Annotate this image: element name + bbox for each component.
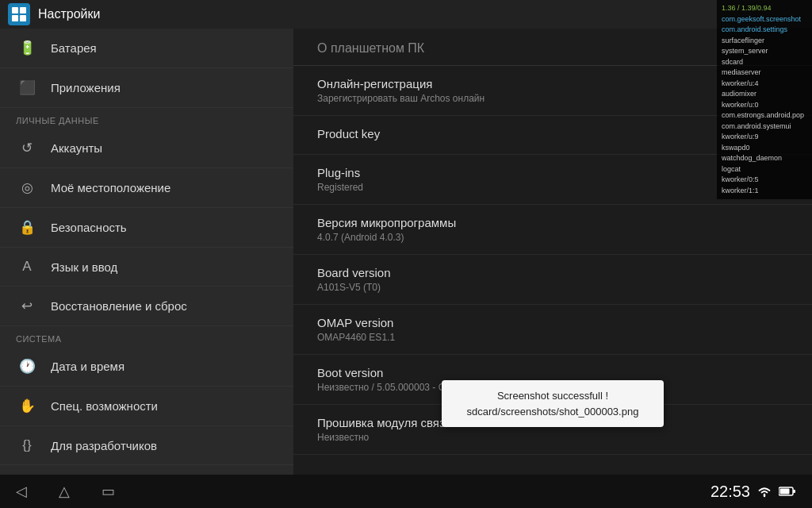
process-line: logcat — [722, 164, 807, 175]
sidebar-item-label: Аккаунты — [51, 141, 102, 155]
process-line: watchdog_daemon — [722, 153, 807, 164]
row-title: Версия микропрограммы — [317, 216, 788, 229]
process-line: com.geeksoft.screenshot — [722, 14, 807, 25]
status-bar: 22:53 — [710, 483, 796, 501]
process-overlay: 1.36 / 1.39/0.94com.geeksoft.screenshotc… — [717, 0, 812, 199]
sidebar-item-label: Восстановление и сброс — [51, 299, 187, 313]
main-area: 🔋Батарея⬛ПриложенияЛИЧНЫЕ ДАННЫЕ↺Аккаунт… — [0, 29, 812, 475]
sidebar-item-label: Безопасность — [51, 221, 127, 234]
process-line: kworker/0:5 — [722, 175, 807, 186]
battery-icon — [779, 486, 796, 497]
process-line: audiomixer — [722, 89, 807, 100]
language-icon: A — [16, 259, 38, 275]
process-line: com.estrongs.android.pop — [722, 110, 807, 121]
svg-rect-3 — [20, 15, 26, 21]
sidebar-item-apps[interactable]: ⬛Приложения — [0, 68, 293, 108]
row-title: Boot version — [317, 366, 788, 379]
sidebar-item-battery[interactable]: 🔋Батарея — [0, 29, 293, 68]
svg-rect-5 — [793, 490, 795, 493]
process-line: com.android.systemui — [722, 121, 807, 133]
sidebar-item-location[interactable]: ◎Моё местоположение — [0, 168, 293, 208]
page-title: Настройки — [38, 7, 100, 21]
sidebar-item-security[interactable]: 🔒Безопасность — [0, 208, 293, 248]
process-line: com.android.settings — [722, 25, 807, 36]
apps-icon: ⬛ — [16, 79, 38, 96]
sidebar-item-label: Язык и ввод — [51, 260, 117, 274]
app-logo — [8, 3, 30, 25]
svg-rect-6 — [780, 489, 790, 495]
toast-line2: sdcard/screenshots/shot_000003.png — [456, 404, 649, 420]
home-button[interactable]: △ — [59, 483, 70, 500]
sidebar-section-label: ЛИЧНЫЕ ДАННЫЕ — [0, 108, 293, 129]
row-subtitle: A101S-V5 (T0) — [317, 282, 788, 293]
process-line: sdcard — [722, 57, 807, 68]
content-row-firmware[interactable]: Версия микропрограммы4.0.7 (Android 4.0.… — [293, 205, 812, 255]
process-line: kworker/u:4 — [722, 79, 807, 90]
developer-icon: {} — [16, 437, 38, 453]
process-line: kworker/1:1 — [722, 186, 807, 197]
process-line: mediaserver — [722, 67, 807, 79]
toast-line1: Screenshot successfull ! — [456, 388, 649, 404]
sidebar-item-label: Моё местоположение — [51, 181, 170, 194]
row-subtitle: 4.0.7 (Android 4.0.3) — [317, 232, 788, 243]
sidebar-section-label: СИСТЕМА — [0, 326, 293, 347]
battery-icon: 🔋 — [16, 40, 38, 56]
topbar: Настройки — [0, 0, 812, 29]
accounts-icon: ↺ — [16, 140, 38, 156]
process-line: surfaceflinger — [722, 36, 807, 47]
svg-rect-2 — [12, 15, 18, 21]
recent-button[interactable]: ▭ — [102, 483, 115, 500]
sidebar-item-label: Батарея — [51, 41, 97, 55]
screenshot-toast: Screenshot successfull ! sdcard/screensh… — [442, 380, 664, 427]
nav-buttons: ◁ △ ▭ — [16, 483, 115, 500]
row-subtitle: Неизвестно — [317, 432, 788, 443]
sidebar-item-accessibility[interactable]: ✋Спец. возможности — [0, 387, 293, 426]
sidebar-item-developer[interactable]: {}Для разработчиков — [0, 426, 293, 465]
row-subtitle: OMAP4460 ES1.1 — [317, 332, 788, 343]
datetime-icon: 🕐 — [16, 358, 38, 375]
accessibility-icon: ✋ — [16, 398, 38, 414]
location-icon: ◎ — [16, 179, 38, 196]
content-row-board[interactable]: Board versionA101S-V5 (T0) — [293, 255, 812, 305]
content-row-omap[interactable]: OMAP versionOMAP4460 ES1.1 — [293, 305, 812, 355]
row-title: OMAP version — [317, 316, 788, 329]
row-title: Board version — [317, 266, 788, 279]
sidebar-item-label: Приложения — [51, 81, 121, 94]
process-line: kworker/u:0 — [722, 100, 807, 111]
sidebar-item-backup[interactable]: ↩Восстановление и сброс — [0, 287, 293, 326]
sidebar-item-language[interactable]: AЯзык и ввод — [0, 248, 293, 287]
process-line: kswapd0 — [722, 143, 807, 154]
back-button[interactable]: ◁ — [16, 483, 27, 500]
sidebar-item-datetime[interactable]: 🕐Дата и время — [0, 347, 293, 387]
sidebar-item-label: Для разработчиков — [51, 439, 157, 452]
bottombar: ◁ △ ▭ 22:53 — [0, 475, 812, 508]
wifi-icon — [756, 485, 772, 498]
process-line: system_server — [722, 46, 807, 57]
security-icon: 🔒 — [16, 219, 38, 236]
backup-icon: ↩ — [16, 298, 38, 314]
process-line: 1.36 / 1.39/0.94 — [722, 3, 807, 14]
process-line: kworker/u:9 — [722, 132, 807, 143]
sidebar: 🔋Батарея⬛ПриложенияЛИЧНЫЕ ДАННЫЕ↺Аккаунт… — [0, 29, 293, 475]
clock: 22:53 — [710, 483, 750, 501]
sidebar-item-label: Дата и время — [51, 360, 124, 373]
sidebar-item-label: Спец. возможности — [51, 399, 158, 413]
svg-rect-1 — [20, 7, 26, 13]
sidebar-item-accounts[interactable]: ↺Аккаунты — [0, 129, 293, 168]
sidebar-item-repair[interactable]: ✚Repair & formatting — [0, 465, 293, 475]
svg-rect-0 — [12, 7, 18, 13]
